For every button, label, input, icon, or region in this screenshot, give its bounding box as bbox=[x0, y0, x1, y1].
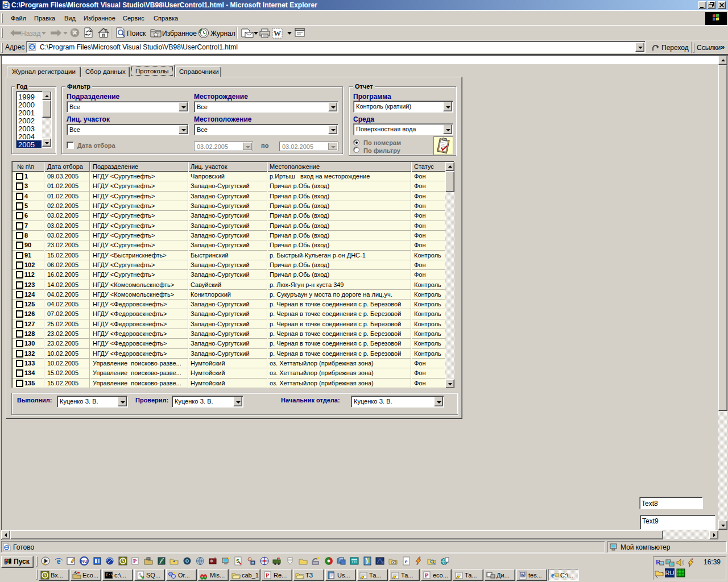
svg-text:ITS: ITS bbox=[382, 561, 384, 564]
svg-text:Р: Р bbox=[133, 558, 137, 564]
svg-text:NU: NU bbox=[81, 559, 88, 564]
svg-text:W: W bbox=[274, 29, 281, 38]
svg-text:e: e bbox=[405, 558, 408, 564]
svg-text:*: * bbox=[173, 559, 175, 565]
svg-text:Р: Р bbox=[266, 572, 270, 579]
svg-text:e: e bbox=[57, 556, 61, 566]
svg-text:Р: Р bbox=[425, 572, 429, 579]
svg-text:e: e bbox=[551, 571, 555, 579]
svg-text:C:\: C:\ bbox=[106, 573, 113, 577]
svg-text:W: W bbox=[521, 573, 525, 577]
